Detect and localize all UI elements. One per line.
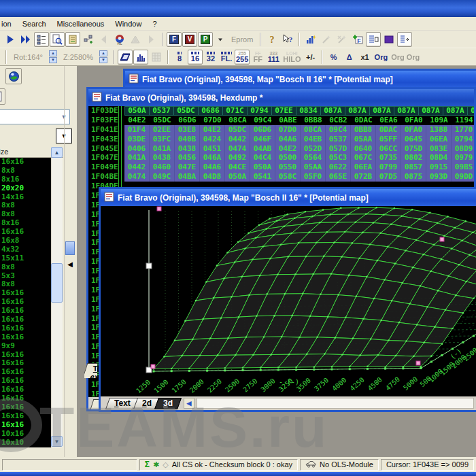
map-wizard-button[interactable] [303,32,318,47]
hex-cell[interactable]: 0DAC [351,116,376,125]
hex-cell[interactable]: 0442 [225,135,250,144]
hex-cell[interactable]: 01F4 [124,125,150,135]
hex-cell[interactable]: 052D [301,144,326,154]
hex-cell[interactable]: 0EA6 [376,116,401,125]
hex-cell[interactable]: 0FA0 [401,116,426,125]
hex-cell[interactable]: 0645 [401,135,426,144]
width-float-button[interactable]: FL. [219,50,234,65]
globe-button[interactable] [5,68,22,84]
context-help-button[interactable]: ? [280,32,295,47]
list-item[interactable]: 16x16 [0,421,51,430]
hex-row[interactable]: 1F03FE04E205DC06D607D008CA09C40ABE0BB80C… [88,116,474,125]
sign-button[interactable]: +/- [303,50,318,65]
add-map-button[interactable]: F [350,32,365,47]
hex-cell[interactable]: 0799 [376,163,401,172]
hex-cell[interactable]: 0541 [250,172,275,182]
doc-button[interactable] [0,88,5,105]
hex-cell[interactable]: 1194 [452,116,474,125]
hex-cell[interactable]: 04A6 [275,135,301,144]
view-3d-button[interactable] [133,50,148,65]
hex-cell[interactable]: 0010 [467,106,474,116]
hex-cell[interactable]: 075D [401,144,426,154]
selection-button[interactable] [381,32,396,47]
hex-cell[interactable]: 04E2 [124,116,150,125]
list-item[interactable]: 8x16 [0,175,51,184]
hex-cell[interactable]: 0640 [351,144,376,154]
scroll-down-button[interactable]: ▼ [51,436,63,447]
hex-cell[interactable]: 04A6 [200,163,225,172]
width-32-button[interactable]: 32 [203,50,218,65]
hex-cell[interactable]: 0474 [225,144,250,154]
hex-cell[interactable]: 0686 [198,106,223,116]
list-item[interactable]: 15x11 [0,254,51,263]
hex-cell[interactable]: 071C [222,106,248,116]
view-2d-button[interactable] [118,50,133,65]
spin-up-icon[interactable]: ▲ [99,50,107,56]
scroll-up-button[interactable]: ▲ [51,147,63,158]
hex-cell[interactable]: 05F0 [301,172,326,182]
hex-cell[interactable]: 0794 [452,135,474,144]
hex-cell[interactable]: 067C [351,153,376,163]
hex-cell[interactable]: 072B [351,172,376,182]
hex-cell[interactable]: 0915 [426,163,452,172]
dec-255-button[interactable]: 255255 [235,50,250,65]
hex-cell[interactable]: 0438 [150,153,175,163]
map-3d-plot[interactable]: 1250150017502000225025002750300032503500… [101,206,476,396]
hex-cell[interactable]: 046F [250,135,275,144]
hex-cell[interactable]: 0ABE [275,116,301,125]
list-item[interactable]: 16x16 [0,412,51,421]
hex-cell[interactable]: 0BB8 [301,116,326,125]
hex-cell[interactable]: 06D6 [250,125,275,135]
hex-cell[interactable]: 049C [150,172,175,182]
menu-ion[interactable]: ion [0,18,17,30]
hex-cell[interactable]: 0442 [124,163,150,172]
hex-cell[interactable]: 0492 [225,153,250,163]
hex-cell[interactable]: 02EE [150,125,175,135]
panel-splitter[interactable] [64,66,65,457]
hex-cell[interactable]: 05DC [150,116,175,125]
background-window-tab[interactable]: Text [84,363,97,378]
hex-cell[interactable]: 087A [418,106,443,116]
list-item[interactable]: 9x9 [0,342,51,351]
flash-f-button[interactable]: F [167,32,182,47]
app-title-bar[interactable] [0,0,476,17]
scripts-button[interactable] [65,32,80,47]
hex-cell[interactable]: 0451 [200,144,225,154]
hex-cell[interactable]: 0500 [275,153,301,163]
hex-cell[interactable]: 05AA [301,163,326,172]
hil-button[interactable]: HIL [112,32,127,47]
hex-cell[interactable]: 0875 [401,172,426,182]
hex-cell[interactable]: 087A [369,106,394,116]
list-item[interactable]: 16x16 [0,403,51,412]
hex-cell[interactable]: 04E2 [200,125,225,135]
hscroll-left-button[interactable]: ◀ [184,398,194,409]
hex-cell[interactable]: 04EB [301,135,326,144]
org-button[interactable]: Org [373,50,390,65]
hex-cell[interactable]: 04AB [250,144,275,154]
hex-cell[interactable]: 087A [394,106,419,116]
list-item[interactable]: 16x16 [0,394,51,403]
hex-cell[interactable]: 0564 [301,153,326,163]
hex-cell[interactable]: 050A [250,163,275,172]
hex-cell[interactable]: 0438 [175,144,200,154]
hex-cell[interactable]: 03DE [124,135,150,144]
window-title-bar[interactable]: Fiat Bravo (Original), 394598, Map "Bosc… [101,189,476,206]
hex-cell[interactable]: 0802 [401,153,426,163]
list-item[interactable]: 16x16 [0,324,51,333]
fast-forward-button[interactable] [18,32,33,47]
hex-cell[interactable]: 0456 [175,153,200,163]
hex-cell[interactable]: 08CA [301,125,326,135]
hex-row[interactable]: 1F04BE0474049C04BA04D8050A0541058C05F006… [88,172,474,182]
hex-cell[interactable]: 0BB8 [351,125,376,135]
hex-cell[interactable]: 03FC [150,135,175,144]
hex-cell[interactable]: 083E [426,144,452,154]
splitter-handle[interactable] [65,241,75,255]
hex-row[interactable]: 1F041E01F402EE03E804E205DC06D607D008CA09… [88,125,474,135]
menu-miscellaneous[interactable]: Miscellaneous [52,18,110,30]
hex-cell[interactable]: 08D4 [426,153,452,163]
hex-cell[interactable]: 04E2 [275,144,301,154]
hex-cell[interactable]: 07D0 [275,125,301,135]
menu-search[interactable]: Search [17,18,52,30]
window-title-bar[interactable]: Fiat Bravo (Original), 394598, Hexdump * [88,89,474,106]
hex-row[interactable]: 1F03DE050A053705DC0686071C079407EE083408… [88,106,474,116]
